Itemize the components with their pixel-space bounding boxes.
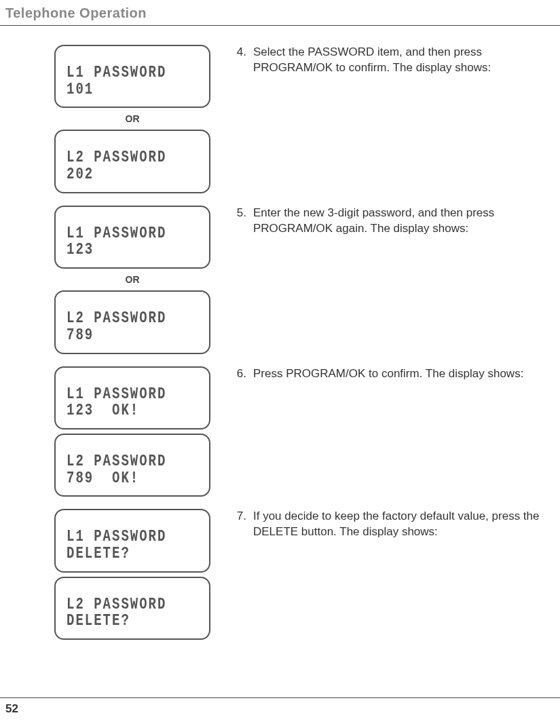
lcd-line: 123 (67, 240, 198, 261)
step-row-7: L1 PASSWORD DELETE? L2 PASSWORD DELETE? … (51, 509, 540, 640)
lcd-column-7: L1 PASSWORD DELETE? L2 PASSWORD DELETE? (51, 509, 214, 640)
lcd-line: 789 OK! (67, 467, 198, 488)
content-area: L1 PASSWORD 101 OR L2 PASSWORD 202 4. Se… (0, 26, 560, 640)
step-text: Enter the new 3-digit password, and then… (253, 206, 540, 237)
instruction-4: 4. Select the PASSWORD item, and then pr… (234, 45, 540, 76)
lcd-display: L2 PASSWORD 789 OK! (54, 434, 210, 497)
lcd-display: L2 PASSWORD 202 (54, 130, 210, 193)
lcd-display: L1 PASSWORD 123 (54, 206, 210, 269)
instruction-6: 6. Press PROGRAM/OK to confirm. The disp… (234, 366, 540, 382)
page-number: 52 (0, 702, 560, 716)
or-separator: OR (126, 274, 140, 285)
step-text: If you decide to keep the factory defaul… (253, 509, 540, 540)
lcd-column-4: L1 PASSWORD 101 OR L2 PASSWORD 202 (51, 45, 214, 193)
step-row-5: L1 PASSWORD 123 OR L2 PASSWORD 789 5. En… (51, 206, 540, 354)
step-number: 4. (234, 45, 246, 76)
lcd-display: L1 PASSWORD 123 OK! (54, 366, 210, 429)
step-number: 7. (234, 509, 246, 540)
lcd-column-6: L1 PASSWORD 123 OK! L2 PASSWORD 789 OK! (51, 366, 214, 497)
lcd-line: 101 (67, 79, 198, 100)
lcd-display: L2 PASSWORD DELETE? (54, 577, 210, 640)
step-row-6: L1 PASSWORD 123 OK! L2 PASSWORD 789 OK! … (51, 366, 540, 497)
step-number: 5. (234, 206, 246, 237)
lcd-display: L1 PASSWORD DELETE? (54, 509, 210, 572)
lcd-line: 789 (67, 325, 198, 346)
lcd-line: DELETE? (67, 611, 198, 632)
step-text: Press PROGRAM/OK to confirm. The display… (253, 366, 540, 382)
lcd-line: 123 OK! (67, 400, 198, 421)
section-title: Telephone Operation (5, 5, 560, 21)
lcd-display: L2 PASSWORD 789 (54, 290, 210, 353)
lcd-column-5: L1 PASSWORD 123 OR L2 PASSWORD 789 (51, 206, 214, 354)
step-number: 6. (234, 366, 246, 382)
instruction-5: 5. Enter the new 3-digit password, and t… (234, 206, 540, 237)
footer-rule (0, 697, 560, 698)
step-text: Select the PASSWORD item, and then press… (253, 45, 540, 76)
lcd-line: 202 (67, 164, 198, 185)
instruction-7: 7. If you decide to keep the factory def… (234, 509, 540, 540)
lcd-display: L1 PASSWORD 101 (54, 45, 210, 108)
step-row-4: L1 PASSWORD 101 OR L2 PASSWORD 202 4. Se… (51, 45, 540, 193)
or-separator: OR (126, 113, 140, 124)
page-footer: 52 (0, 697, 560, 716)
lcd-line: DELETE? (67, 543, 198, 564)
